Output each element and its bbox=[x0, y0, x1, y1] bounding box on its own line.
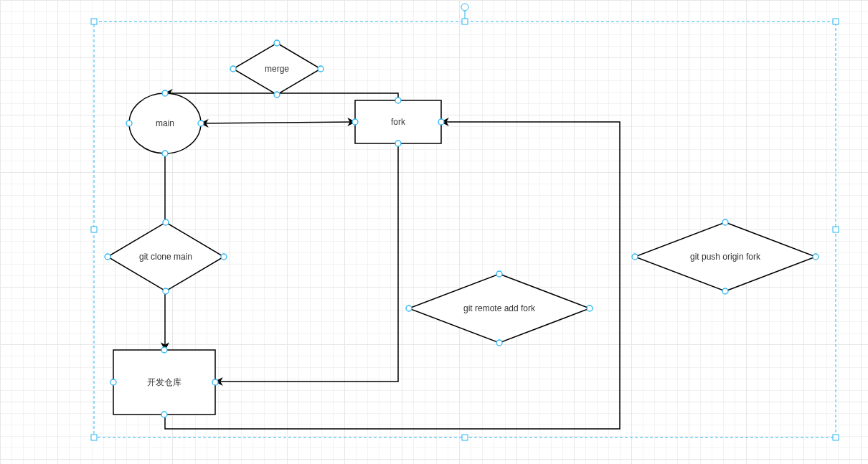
resize-handle-w[interactable] bbox=[91, 227, 97, 232]
node-merge[interactable] bbox=[233, 43, 321, 95]
anchor[interactable] bbox=[212, 379, 218, 385]
anchor[interactable] bbox=[496, 340, 502, 346]
anchor[interactable] bbox=[161, 412, 167, 417]
node-main[interactable] bbox=[129, 93, 201, 153]
node-fork[interactable] bbox=[355, 100, 441, 143]
edge-fork-dev[interactable] bbox=[215, 143, 398, 382]
resize-handle-e[interactable] bbox=[833, 227, 839, 232]
anchor[interactable] bbox=[230, 66, 236, 72]
anchor[interactable] bbox=[395, 98, 401, 103]
anchor[interactable] bbox=[221, 254, 227, 260]
resize-handle-ne[interactable] bbox=[833, 19, 839, 24]
anchor[interactable] bbox=[198, 120, 204, 126]
anchor[interactable] bbox=[163, 219, 169, 225]
anchor[interactable] bbox=[162, 151, 168, 156]
anchor[interactable] bbox=[274, 92, 280, 98]
anchor[interactable] bbox=[105, 254, 110, 260]
anchor[interactable] bbox=[722, 288, 728, 294]
edge-fork-main-topLoop[interactable] bbox=[165, 93, 398, 100]
anchor[interactable] bbox=[110, 379, 116, 385]
anchor[interactable] bbox=[162, 90, 168, 96]
anchor[interactable] bbox=[163, 288, 169, 294]
resize-handle-se[interactable] bbox=[833, 435, 839, 440]
anchor[interactable] bbox=[352, 119, 358, 125]
anchor[interactable] bbox=[274, 40, 280, 46]
edge-main-fork[interactable] bbox=[201, 122, 355, 123]
anchor[interactable] bbox=[318, 66, 324, 72]
anchor[interactable] bbox=[632, 254, 638, 260]
anchor[interactable] bbox=[722, 219, 728, 225]
resize-handle-s[interactable] bbox=[462, 435, 468, 440]
anchor[interactable] bbox=[587, 306, 593, 311]
anchor[interactable] bbox=[126, 120, 132, 126]
node-gitRemoteAdd[interactable] bbox=[409, 274, 590, 343]
diagram-svg[interactable] bbox=[0, 0, 868, 464]
node-gitCloneMain[interactable] bbox=[108, 222, 224, 291]
resize-handle-nw[interactable] bbox=[91, 19, 97, 24]
rotation-handle[interactable] bbox=[461, 4, 468, 11]
resize-handle-n[interactable] bbox=[462, 19, 468, 24]
anchor[interactable] bbox=[496, 271, 502, 277]
resize-handle-sw[interactable] bbox=[91, 435, 97, 440]
anchor[interactable] bbox=[813, 254, 819, 260]
node-devRepo[interactable] bbox=[113, 350, 215, 415]
anchor[interactable] bbox=[438, 119, 444, 125]
anchor[interactable] bbox=[406, 306, 412, 311]
node-gitPushOrigin[interactable] bbox=[635, 222, 816, 291]
anchor[interactable] bbox=[161, 347, 167, 353]
anchor[interactable] bbox=[395, 141, 401, 146]
edge-dev-fork-rightLoop[interactable] bbox=[165, 122, 620, 429]
